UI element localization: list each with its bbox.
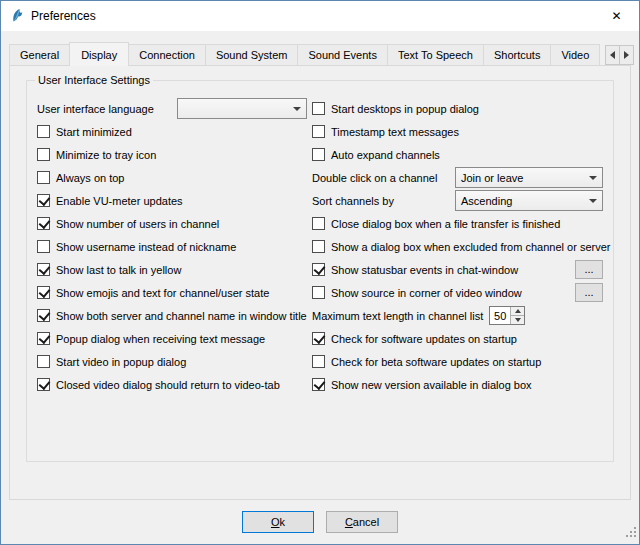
checkbox-label: Popup dialog when receiving text message	[56, 333, 265, 345]
tab-bar: General Display Connection Sound System …	[1, 31, 639, 65]
double-click-row: Double click on a channel Join or leave	[312, 166, 603, 189]
tab-scroll-right-icon[interactable]	[619, 45, 634, 65]
checkbox-last-talk-yellow[interactable]: Show last to talk in yellow	[37, 258, 312, 281]
user-interface-settings-group: User Interface Settings User interface l…	[26, 80, 614, 462]
checkbox-icon[interactable]	[37, 309, 50, 322]
language-select[interactable]	[177, 98, 307, 119]
double-click-select[interactable]: Join or leave	[455, 167, 603, 188]
checkbox-popup-text-message[interactable]: Popup dialog when receiving text message	[37, 327, 312, 350]
checkbox-icon[interactable]	[37, 263, 50, 276]
checkbox-icon[interactable]	[37, 125, 50, 138]
checkbox-label: Show number of users in channel	[56, 218, 219, 230]
checkbox-icon[interactable]	[37, 217, 50, 230]
close-icon: ✕	[611, 9, 621, 23]
cancel-button[interactable]: Cancel	[326, 511, 398, 533]
checkbox-icon[interactable]	[37, 194, 50, 207]
checkbox-label: Always on top	[56, 172, 124, 184]
checkbox-label: Show both server and channel name in win…	[56, 310, 307, 322]
checkbox-label: Start minimized	[56, 126, 132, 138]
checkbox-label: Minimize to tray icon	[56, 149, 156, 161]
checkbox-emojis-text-state[interactable]: Show emojis and text for channel/user st…	[37, 281, 312, 304]
spin-up-icon[interactable]	[511, 307, 524, 316]
checkbox-video-popup[interactable]: Start video in popup dialog	[37, 350, 312, 373]
checkbox-icon[interactable]	[312, 102, 325, 115]
video-source-row: Show source in corner of video window ..…	[312, 281, 603, 304]
checkbox-close-on-transfer[interactable]: Close dialog box when a file transfer is…	[312, 212, 603, 235]
checkbox-dialog-when-excluded[interactable]: Show a dialog box when excluded from cha…	[312, 235, 603, 258]
max-text-length-spinner[interactable]: 50	[489, 306, 525, 325]
checkbox-vu-meter-updates[interactable]: Enable VU-meter updates	[37, 189, 312, 212]
checkbox-label: Show a dialog box when excluded from cha…	[331, 241, 610, 253]
checkbox-icon[interactable]	[312, 125, 325, 138]
checkbox-icon[interactable]	[312, 148, 325, 161]
chevron-down-icon	[589, 176, 597, 180]
checkbox-icon[interactable]	[37, 355, 50, 368]
checkbox-beta-updates-startup[interactable]: Check for beta software updates on start…	[312, 350, 603, 373]
checkbox-icon[interactable]	[312, 286, 325, 299]
checkbox-icon[interactable]	[37, 286, 50, 299]
checkbox-label: Enable VU-meter updates	[56, 195, 183, 207]
tab-sound-system[interactable]: Sound System	[205, 44, 299, 65]
checkbox-label: Start video in popup dialog	[56, 356, 186, 368]
checkbox-label: Timestamp text messages	[331, 126, 459, 138]
checkbox-start-minimized[interactable]: Start minimized	[37, 120, 312, 143]
checkbox-icon[interactable]	[312, 332, 325, 345]
checkbox-icon[interactable]	[37, 378, 50, 391]
checkbox-video-source-corner[interactable]: Show source in corner of video window	[312, 286, 522, 299]
checkbox-label: Show username instead of nickname	[56, 241, 236, 253]
checkbox-icon[interactable]	[312, 240, 325, 253]
checkbox-label: Show last to talk in yellow	[56, 264, 181, 276]
tab-video[interactable]: Video	[550, 44, 600, 65]
checkbox-updates-startup[interactable]: Check for software updates on startup	[312, 327, 603, 350]
checkbox-new-version-dialog[interactable]: Show new version available in dialog box	[312, 373, 603, 396]
language-row: User interface language	[37, 97, 312, 120]
tab-sound-events[interactable]: Sound Events	[297, 44, 388, 65]
double-click-label: Double click on a channel	[312, 172, 437, 184]
settings-columns: User interface language Start minimized …	[37, 97, 603, 396]
checkbox-auto-expand-channels[interactable]: Auto expand channels	[312, 143, 603, 166]
ok-button[interactable]: Ok	[242, 511, 314, 533]
group-title: User Interface Settings	[35, 74, 153, 86]
checkbox-statusbar-events[interactable]: Show statusbar events in chat-window	[312, 263, 518, 276]
checkbox-icon[interactable]	[312, 263, 325, 276]
tab-general[interactable]: General	[9, 44, 70, 65]
statusbar-events-options-button[interactable]: ...	[575, 260, 603, 279]
checkbox-icon[interactable]	[312, 378, 325, 391]
checkbox-icon[interactable]	[312, 217, 325, 230]
checkbox-label: Auto expand channels	[331, 149, 440, 161]
max-text-length-label: Maximum text length in channel list	[312, 310, 483, 322]
checkbox-label: Check for software updates on startup	[331, 333, 517, 345]
tab-scroll-left-icon[interactable]	[605, 45, 620, 65]
sort-channels-select[interactable]: Ascending	[455, 190, 603, 211]
app-icon	[9, 8, 25, 24]
checkbox-icon[interactable]	[312, 355, 325, 368]
checkbox-server-channel-title[interactable]: Show both server and channel name in win…	[37, 304, 312, 327]
sort-channels-row: Sort channels by Ascending	[312, 189, 603, 212]
tab-text-to-speech[interactable]: Text To Speech	[387, 44, 484, 65]
spinner-buttons	[510, 307, 524, 324]
checkbox-desktops-popup[interactable]: Start desktops in popup dialog	[312, 97, 603, 120]
spin-down-icon[interactable]	[511, 316, 524, 324]
checkbox-icon[interactable]	[37, 171, 50, 184]
tab-connection[interactable]: Connection	[128, 44, 206, 65]
checkbox-username-instead-nickname[interactable]: Show username instead of nickname	[37, 235, 312, 258]
tab-shortcuts[interactable]: Shortcuts	[483, 44, 551, 65]
tab-display[interactable]: Display	[69, 42, 129, 66]
chevron-down-icon	[589, 199, 597, 203]
checkbox-icon[interactable]	[37, 332, 50, 345]
checkbox-timestamp-messages[interactable]: Timestamp text messages	[312, 120, 603, 143]
checkbox-always-on-top[interactable]: Always on top	[37, 166, 312, 189]
dialog-footer: Ok Cancel	[1, 500, 639, 544]
checkbox-show-user-count[interactable]: Show number of users in channel	[37, 212, 312, 235]
checkbox-video-return-tab[interactable]: Closed video dialog should return to vid…	[37, 373, 312, 396]
max-text-length-row: Maximum text length in channel list 50	[312, 304, 603, 327]
video-source-options-button[interactable]: ...	[575, 283, 603, 302]
title-bar[interactable]: Preferences ✕	[1, 1, 639, 31]
spinner-value: 50	[490, 307, 510, 324]
checkbox-minimize-to-tray[interactable]: Minimize to tray icon	[37, 143, 312, 166]
checkbox-icon[interactable]	[37, 240, 50, 253]
close-button[interactable]: ✕	[594, 1, 639, 31]
checkbox-label: Close dialog box when a file transfer is…	[331, 218, 560, 230]
resize-grip[interactable]	[624, 524, 637, 542]
checkbox-icon[interactable]	[37, 148, 50, 161]
